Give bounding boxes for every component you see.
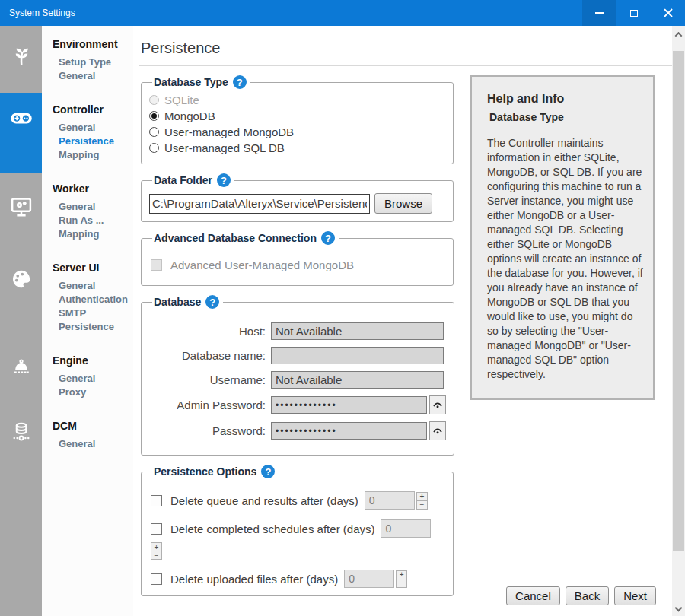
gamepad-icon [10, 106, 33, 129]
nav-item-worker-general[interactable]: General [53, 200, 133, 214]
radio-mongodb[interactable] [149, 111, 159, 121]
scroll-down-button[interactable] [672, 601, 685, 614]
delete-uploads-days-input[interactable] [344, 570, 394, 588]
spin-down-button[interactable]: − [416, 500, 428, 510]
nav-header-dcm[interactable]: DCM [53, 420, 133, 433]
radio-label-sqlite: SQLite [164, 94, 199, 106]
sidebar-icon-worker[interactable] [0, 195, 42, 218]
delete-uploads-label: Delete uploaded files after (days) [170, 573, 338, 586]
palette-icon [10, 268, 33, 291]
sidebar-icon-engine[interactable] [0, 356, 42, 379]
radio-option-user-managed-sql-db[interactable]: User-managed SQL DB [149, 140, 445, 156]
scroll-up-button[interactable] [672, 27, 685, 41]
sidebar-icon-environment[interactable] [0, 44, 42, 67]
help-icon-advanced-connection[interactable]: ? [321, 231, 335, 245]
persistence-options-legend: Persistence Options ? [152, 465, 279, 478]
admin-password-field[interactable] [271, 396, 427, 414]
nav-item-worker-run-as[interactable]: Run As ... [53, 214, 133, 227]
nav-header-server-ui[interactable]: Server UI [53, 262, 133, 275]
nav-section-controller: Controller General Persistence Mapping [53, 103, 133, 162]
help-icon-database-type[interactable]: ? [233, 75, 247, 89]
nav-item-engine-proxy[interactable]: Proxy [53, 386, 133, 399]
nav-item-server-ui-authentication[interactable]: Authentication [53, 293, 133, 306]
help-icon-data-folder[interactable]: ? [217, 173, 231, 187]
page-title: Persistence [139, 40, 672, 57]
radio-option-mongodb[interactable]: MongoDB [149, 108, 445, 124]
delete-queue-days-input[interactable] [365, 491, 415, 510]
advanced-connection-legend: Advanced Database Connection ? [152, 231, 339, 245]
password-row: Password: [149, 421, 446, 440]
spin-down-button[interactable]: − [151, 551, 162, 560]
password-reveal-icon [432, 425, 444, 437]
nav-item-worker-mapping[interactable]: Mapping [53, 227, 133, 241]
nav-item-controller-persistence[interactable]: Persistence [53, 135, 133, 148]
password-reveal-button[interactable] [429, 421, 446, 440]
radio-user-managed-mongodb[interactable] [149, 127, 159, 137]
nav-item-environment-setup-type[interactable]: Setup Type [53, 56, 133, 69]
password-field[interactable] [271, 422, 427, 440]
radio-option-user-managed-mongodb[interactable]: User-managed MongoDB [149, 124, 445, 140]
nav-section-dcm: DCM General [53, 420, 133, 451]
sidebar-icon-controller[interactable] [0, 106, 42, 129]
advanced-mongodb-label: Advanced User-Managed MongoDB [170, 259, 354, 271]
nav-item-engine-general[interactable]: General [53, 372, 133, 386]
maximize-icon [630, 10, 638, 17]
system-settings-window: System Settings [0, 0, 685, 616]
admin-password-row: Admin Password: [149, 395, 446, 414]
nav-item-server-ui-general[interactable]: General [53, 279, 133, 293]
nav-item-controller-general[interactable]: General [53, 121, 133, 135]
persistence-options-group: Persistence Options ? Delete queue and r… [141, 465, 454, 596]
radio-label-user-managed-sql-db: User-managed SQL DB [164, 141, 285, 154]
scrollbar-thumb[interactable] [673, 51, 684, 551]
close-button[interactable] [651, 0, 685, 26]
database-legend: Database ? [152, 295, 223, 309]
nav-header-engine[interactable]: Engine [53, 354, 133, 367]
nav-section-engine: Engine General Proxy [53, 354, 133, 399]
radio-sqlite [149, 95, 159, 105]
username-field [271, 371, 444, 389]
nav-section-worker: Worker General Run As ... Mapping [53, 183, 133, 241]
admin-password-reveal-button[interactable] [429, 395, 446, 414]
nav-item-controller-mapping[interactable]: Mapping [53, 148, 133, 162]
vertical-scrollbar [672, 26, 685, 616]
advanced-mongodb-row: Advanced User-Managed MongoDB [151, 259, 445, 271]
delete-queue-checkbox[interactable] [151, 495, 162, 506]
next-button[interactable]: Next [614, 586, 656, 605]
window-title: System Settings [0, 8, 75, 18]
nav-item-server-ui-smtp[interactable]: SMTP [53, 306, 133, 320]
radio-option-sqlite: SQLite [149, 92, 445, 108]
nav-item-server-ui-persistence[interactable]: Persistence [53, 320, 133, 334]
database-type-legend-text: Database Type [154, 76, 228, 88]
nav-header-environment[interactable]: Environment [53, 38, 133, 51]
minimize-button[interactable] [582, 0, 616, 26]
nav-section-server-ui: Server UI General Authentication SMTP Pe… [53, 262, 133, 334]
nav-item-environment-general[interactable]: General [53, 69, 133, 83]
chevron-up-icon [675, 31, 683, 39]
spin-down-button[interactable]: − [396, 579, 407, 588]
database-name-field [271, 347, 444, 364]
help-body: The Controller maintains information in … [487, 136, 643, 382]
nav-header-controller[interactable]: Controller [53, 103, 133, 116]
close-icon [664, 8, 673, 17]
delete-uploads-checkbox[interactable] [151, 573, 162, 585]
help-icon-persistence-options[interactable]: ? [261, 465, 275, 478]
data-folder-legend-text: Data Folder [154, 174, 212, 186]
cancel-button[interactable]: Cancel [506, 586, 560, 605]
data-folder-legend: Data Folder ? [152, 173, 234, 187]
settings-nav: Environment Setup Type General Controlle… [42, 26, 133, 616]
delete-schedules-checkbox[interactable] [151, 523, 162, 535]
back-button[interactable]: Back [566, 586, 609, 605]
browse-button[interactable]: Browse [374, 193, 432, 214]
sidebar-icon-server-ui[interactable] [0, 268, 42, 291]
delete-schedules-days-input[interactable] [381, 519, 431, 538]
delete-uploads-spinner: + − [396, 570, 407, 588]
sidebar-icon-dcm[interactable] [0, 421, 42, 443]
maximize-button[interactable] [616, 0, 651, 26]
database-nodes-icon [10, 421, 33, 443]
nav-item-dcm-general[interactable]: General [53, 437, 133, 451]
nav-header-worker[interactable]: Worker [53, 183, 133, 195]
radio-user-managed-sql-db[interactable] [149, 143, 159, 153]
help-icon-database[interactable]: ? [206, 295, 219, 309]
help-panel: Help and Info Database Type The Controll… [470, 75, 655, 400]
data-folder-input[interactable] [149, 194, 370, 214]
